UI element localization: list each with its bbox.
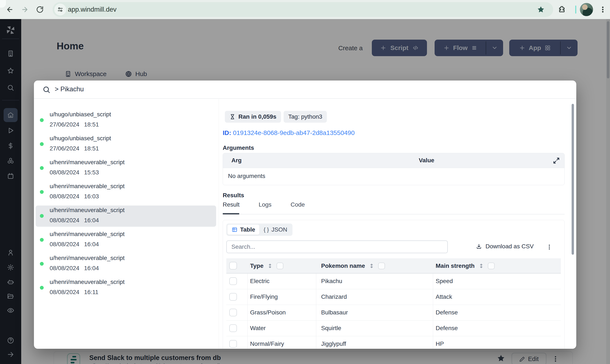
run-time: 16:03 (84, 193, 99, 200)
toggle-table[interactable]: Table (227, 225, 259, 235)
cell-type: Electric (250, 278, 270, 285)
run-list-item[interactable]: u/henri/maneuverable_script 08/08/202416… (36, 253, 216, 274)
run-path: u/henri/maneuverable_script (50, 231, 124, 237)
table-icon (232, 227, 238, 233)
expand-icon[interactable] (553, 157, 560, 164)
sort-icon[interactable] (368, 263, 375, 269)
cell-type: Water (250, 325, 266, 332)
active-tab-underline (223, 213, 239, 214)
run-path: u/henri/maneuverable_script (50, 207, 124, 214)
run-id-label: ID: (223, 129, 231, 136)
success-dot (40, 190, 44, 194)
run-list-item[interactable]: u/henri/maneuverable_script 08/08/202416… (36, 229, 216, 251)
cell-main-strength: Attack (436, 293, 452, 300)
sort-icon[interactable] (267, 263, 273, 269)
tab-logs[interactable]: Logs (258, 201, 271, 208)
row-checkbox[interactable] (229, 340, 237, 348)
tab-code[interactable]: Code (291, 201, 305, 208)
run-date: 27/06/2024 (50, 121, 79, 128)
run-list-item[interactable]: u/hugo/unbiased_script 27/06/202418:51 (36, 134, 216, 155)
run-search-modal: > Pikachu u/hugo/unbiased_script 27/06/2… (34, 80, 576, 349)
arguments-table-header: Arg Value (223, 153, 564, 168)
run-list-item[interactable]: u/henri/maneuverable_script 08/08/202415… (36, 158, 216, 179)
column-pin-checkbox[interactable] (378, 262, 385, 269)
profile-avatar[interactable] (580, 3, 593, 16)
menu-kebab-icon[interactable] (599, 5, 607, 13)
duration-badge: Ran in 0,059s (225, 111, 281, 123)
toggle-json[interactable]: { } JSON (259, 225, 291, 235)
forward-icon[interactable] (21, 6, 29, 13)
cell-main-strength: Speed (436, 278, 453, 285)
sort-icon[interactable] (478, 263, 484, 269)
header-main-strength-label: Main strength (436, 262, 475, 269)
modal-scrollbar-thumb[interactable] (572, 104, 574, 255)
run-date: 08/08/2024 (50, 217, 79, 223)
cell-pokemon-name: Squirtle (321, 325, 341, 332)
run-datetime: 08/08/202415:53 (50, 169, 99, 176)
cell-pokemon-name: Charizard (321, 293, 347, 300)
success-dot (40, 166, 44, 170)
pokemon-table-body: Electric Pikachu Speed Fire/Flying Chari… (226, 273, 561, 349)
run-datetime: 27/06/202418:51 (50, 145, 99, 152)
column-divider (247, 273, 247, 349)
download-csv-button[interactable]: Download as CSV (476, 243, 534, 250)
chrome-divider (575, 5, 576, 13)
run-time: 16:04 (84, 217, 99, 223)
view-toggle: Table { } JSON (226, 223, 293, 236)
header-type: Type (250, 262, 283, 269)
row-checkbox[interactable] (229, 324, 237, 332)
success-dot (40, 214, 44, 218)
result-search-input[interactable] (226, 240, 448, 253)
run-time: 16:04 (84, 265, 99, 272)
table-row[interactable]: Fire/Flying Charizard Attack (226, 289, 561, 305)
url-bar[interactable]: app.windmill.dev (53, 2, 553, 17)
column-pin-checkbox[interactable] (277, 262, 283, 269)
url-text[interactable]: app.windmill.dev (68, 6, 116, 13)
table-row[interactable]: Normal/Fairy Jigglypuff HP (226, 336, 561, 349)
extensions-icon[interactable] (558, 5, 566, 13)
tab-result[interactable]: Result (223, 201, 240, 208)
run-datetime: 08/08/202416:11 (50, 289, 98, 296)
row-checkbox[interactable] (229, 293, 237, 301)
cell-main-strength: Defense (436, 325, 458, 332)
reload-icon[interactable] (36, 6, 44, 13)
run-detail-pane: Ran in 0,059s Tag: python3 ID: 0191324e-… (219, 99, 576, 349)
toggle-table-label: Table (240, 226, 255, 233)
run-list-item[interactable]: u/henri/maneuverable_script 08/08/202416… (36, 277, 216, 299)
site-settings-icon (57, 6, 63, 13)
cell-type: Grass/Poison (250, 309, 286, 316)
run-id-link[interactable]: 0191324e-8068-9edb-ab47-2d8a13550490 (233, 129, 355, 136)
run-datetime: 08/08/202416:03 (50, 193, 99, 200)
bookmark-star-icon[interactable] (537, 5, 545, 13)
cell-main-strength: Defense (436, 309, 458, 316)
value-column-header: Value (414, 157, 439, 164)
run-date: 27/06/2024 (50, 145, 79, 152)
run-date: 08/08/2024 (50, 241, 79, 247)
table-kebab-icon[interactable] (546, 242, 553, 252)
run-list-item[interactable]: u/henri/maneuverable_script 08/08/202416… (36, 182, 216, 203)
download-csv-label: Download as CSV (486, 243, 534, 250)
column-pin-checkbox[interactable] (488, 262, 495, 269)
run-list-item[interactable]: u/henri/maneuverable_script 08/08/202416… (36, 206, 216, 227)
back-icon[interactable] (6, 6, 14, 13)
cell-type: Fire/Flying (250, 293, 278, 300)
table-row[interactable]: Grass/Poison Bulbasaur Defense (226, 305, 561, 321)
table-row[interactable]: Water Squirtle Defense (226, 321, 561, 336)
success-dot (40, 142, 44, 146)
cell-pokemon-name: Pikachu (321, 278, 342, 285)
run-list-item[interactable]: u/hugo/unbiased_script 27/06/202418:51 (36, 110, 216, 131)
site-settings-chip[interactable] (54, 4, 66, 15)
duration-badge-label: Ran in 0,059s (238, 113, 276, 120)
run-path: u/henri/maneuverable_script (50, 183, 124, 190)
search-query-text[interactable]: > Pikachu (55, 85, 84, 93)
results-tabs: Result Logs Code (223, 201, 305, 208)
row-checkbox[interactable] (229, 309, 237, 316)
row-checkbox[interactable] (229, 277, 237, 285)
run-time: 16:04 (84, 241, 99, 247)
table-row[interactable]: Electric Pikachu Speed (226, 273, 561, 289)
select-all-checkbox[interactable] (229, 262, 237, 270)
success-dot (40, 238, 44, 242)
run-date: 08/08/2024 (50, 265, 79, 272)
success-dot (40, 262, 44, 266)
modal-search-bar[interactable]: > Pikachu (34, 80, 576, 99)
